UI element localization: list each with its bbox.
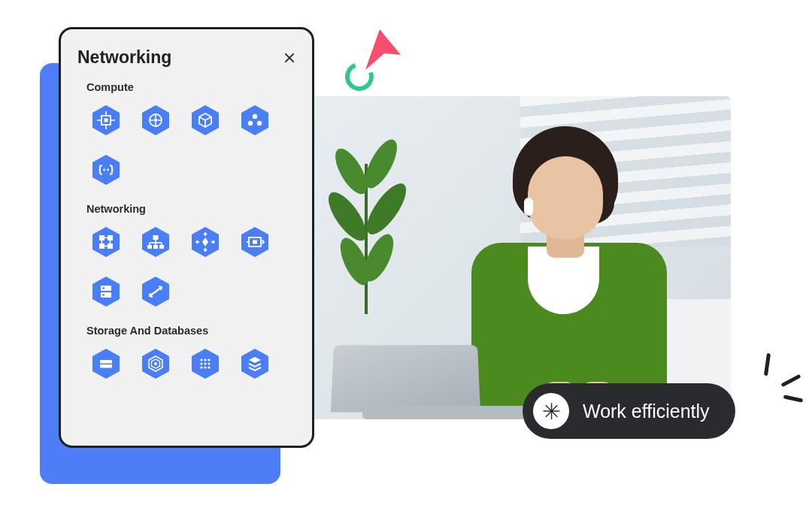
svg-point-25	[248, 121, 253, 125]
svg-point-75	[208, 362, 210, 364]
svg-point-74	[204, 362, 206, 364]
dns-icon[interactable]	[89, 275, 123, 308]
svg-rect-8	[105, 119, 108, 122]
svg-marker-27	[92, 155, 120, 185]
load-balancer-icon[interactable]	[89, 225, 123, 259]
svg-rect-33	[99, 243, 105, 249]
spark-decoration	[758, 355, 803, 407]
functions-icon[interactable]	[89, 153, 123, 186]
svg-point-72	[208, 358, 210, 361]
svg-rect-58	[102, 288, 105, 289]
layers-icon[interactable]	[238, 347, 271, 380]
section-storage: Storage And Databases	[77, 325, 295, 380]
svg-marker-62	[92, 349, 120, 379]
dataflow-icon[interactable]	[189, 347, 222, 380]
svg-point-28	[103, 169, 105, 171]
section-compute: Compute	[77, 81, 295, 186]
work-efficiently-badge: ✳ Work efficiently	[523, 383, 735, 439]
svg-rect-47	[153, 245, 158, 249]
svg-marker-55	[92, 277, 120, 307]
svg-point-15	[154, 119, 158, 122]
svg-rect-32	[108, 235, 113, 240]
panel-title: Networking	[77, 47, 171, 68]
svg-rect-34	[108, 243, 113, 249]
cluster-icon[interactable]	[238, 104, 271, 137]
cursor-arrow-icon	[362, 26, 404, 73]
svg-rect-64	[100, 364, 112, 368]
hero-photo	[310, 96, 731, 419]
cdn-icon[interactable]	[189, 225, 222, 259]
section-networking: Networking	[77, 203, 295, 308]
kubernetes-icon[interactable]	[139, 104, 172, 137]
network-topology-icon[interactable]	[139, 225, 172, 259]
interconnect-icon[interactable]	[139, 275, 172, 308]
storage-icon[interactable]	[89, 347, 123, 380]
svg-point-68	[154, 362, 157, 365]
svg-rect-48	[159, 245, 164, 249]
svg-rect-40	[153, 235, 159, 240]
svg-point-76	[200, 366, 202, 368]
badge-label: Work efficiently	[583, 401, 710, 422]
svg-point-71	[204, 358, 206, 361]
bigquery-icon[interactable]	[139, 347, 172, 380]
section-title: Storage And Databases	[86, 325, 295, 337]
svg-point-78	[208, 366, 210, 368]
svg-rect-53	[253, 240, 257, 244]
svg-point-77	[204, 366, 206, 368]
svg-rect-31	[99, 235, 105, 240]
compute-engine-icon[interactable]	[89, 104, 123, 137]
svg-point-29	[107, 169, 109, 171]
section-title: Compute	[86, 81, 295, 93]
vpc-icon[interactable]	[238, 225, 271, 259]
svg-rect-59	[102, 295, 105, 296]
svg-point-70	[200, 358, 202, 361]
asterisk-icon: ✳	[533, 393, 569, 429]
svg-marker-30	[92, 227, 120, 257]
svg-point-24	[253, 114, 257, 119]
close-icon[interactable]	[283, 52, 295, 64]
cursor-decoration	[345, 26, 405, 94]
svg-point-26	[257, 121, 262, 125]
section-title: Networking	[86, 203, 295, 215]
svg-rect-63	[100, 360, 112, 364]
svg-marker-23	[241, 105, 268, 135]
container-icon[interactable]	[189, 104, 222, 137]
svg-marker-79	[241, 349, 268, 379]
svg-point-73	[200, 362, 202, 364]
category-panel: Networking Compute Networking	[59, 27, 314, 448]
svg-rect-46	[147, 245, 152, 249]
